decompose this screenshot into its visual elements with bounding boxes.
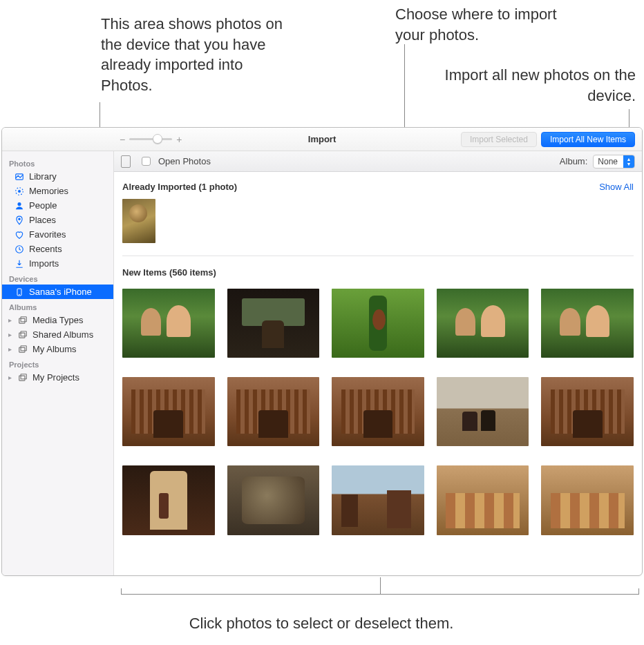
sidebar-item-label: Shared Albums	[32, 329, 93, 340]
disclosure-triangle-icon[interactable]: ▸	[6, 374, 13, 381]
callout-leader	[121, 588, 122, 594]
sidebar-item-my-albums[interactable]: ▸ My Albums	[2, 342, 113, 356]
sidebar-item-my-projects[interactable]: ▸ My Projects	[2, 370, 113, 385]
callout-leader	[638, 588, 639, 594]
slider-track[interactable]	[129, 138, 172, 140]
sidebar-item-library[interactable]: Library	[2, 169, 113, 184]
photo-thumbnail[interactable]	[227, 377, 320, 446]
photos-import-window: − + Import Import Selected Import All Ne…	[1, 127, 643, 576]
library-icon	[15, 172, 24, 182]
new-items-header: New Items (560 items)	[122, 263, 634, 285]
zoom-in-icon: +	[176, 134, 182, 145]
photo-thumbnail[interactable]	[122, 465, 215, 535]
photo-thumbnail[interactable]	[332, 289, 424, 358]
album-label: Album:	[560, 156, 587, 166]
sidebar-item-shared-albums[interactable]: ▸ Shared Albums	[2, 327, 113, 342]
iphone-icon	[15, 287, 24, 297]
show-all-link[interactable]: Show All	[599, 182, 634, 192]
open-photos-checkbox[interactable]	[142, 157, 151, 166]
new-items-grid	[122, 285, 634, 539]
sidebar-item-device[interactable]: Sanaa's iPhone	[2, 285, 113, 299]
photo-thumbnail[interactable]	[437, 377, 529, 446]
photo-thumbnail[interactable]	[332, 377, 424, 446]
toolbar: − + Import Import Selected Import All Ne…	[2, 128, 642, 151]
sidebar-item-recents[interactable]: Recents	[2, 242, 113, 256]
callout-import-all: Import all new photos on the device.	[415, 65, 636, 106]
sidebar-item-label: Imports	[29, 258, 59, 269]
svg-rect-12	[19, 347, 25, 352]
memories-icon	[15, 186, 24, 196]
photo-thumbnail[interactable]	[227, 289, 320, 358]
svg-rect-9	[21, 316, 26, 321]
photo-thumbnail[interactable]	[122, 199, 155, 243]
photo-thumbnail[interactable]	[122, 377, 215, 446]
sidebar-item-places[interactable]: Places	[2, 213, 113, 227]
disclosure-triangle-icon[interactable]: ▸	[6, 316, 13, 324]
sidebar-item-label: Memories	[29, 186, 68, 196]
svg-rect-13	[21, 345, 26, 350]
clock-icon	[15, 244, 24, 254]
album-select-value: None	[594, 157, 622, 166]
svg-rect-10	[19, 333, 25, 338]
photo-thumbnail[interactable]	[437, 289, 529, 358]
already-imported-header: Already Imported (1 photo) Show All	[122, 177, 634, 199]
open-photos-label: Open Photos	[158, 156, 211, 166]
disclosure-triangle-icon[interactable]: ▸	[6, 345, 13, 353]
svg-point-1	[18, 190, 21, 193]
sidebar-item-label: Media Types	[32, 315, 83, 325]
zoom-out-icon: −	[120, 134, 125, 145]
photo-thumbnail[interactable]	[227, 465, 320, 535]
photo-thumbnail[interactable]	[541, 377, 634, 446]
sidebar-item-label: My Projects	[32, 372, 79, 383]
import-scroll-area[interactable]: Already Imported (1 photo) Show All New …	[114, 172, 642, 575]
svg-rect-11	[21, 331, 26, 336]
section-title: Already Imported (1 photo)	[122, 182, 237, 192]
photo-thumbnail[interactable]	[437, 465, 529, 535]
callout-leader	[121, 594, 639, 595]
photo-thumbnail[interactable]	[122, 289, 215, 358]
callout-album-chooser: Choose where to import your photos.	[395, 4, 575, 45]
sidebar-item-favorites[interactable]: Favorites	[2, 227, 113, 242]
sidebar-item-label: People	[29, 200, 57, 211]
sidebar-item-label: Library	[29, 171, 57, 182]
sidebar-item-label: Recents	[29, 244, 62, 254]
stack-icon	[18, 316, 28, 325]
stack-icon	[18, 330, 28, 340]
sidebar-heading-projects: Projects	[2, 356, 113, 370]
svg-rect-14	[19, 376, 25, 381]
sidebar: Photos Library Memories People	[2, 151, 114, 575]
album-select[interactable]: None ▲▼	[593, 155, 635, 169]
places-icon	[15, 215, 24, 225]
svg-point-4	[19, 218, 21, 220]
callout-leader	[380, 577, 381, 594]
already-imported-thumbnails	[122, 199, 634, 246]
sidebar-heading-devices: Devices	[2, 271, 113, 285]
download-icon	[15, 259, 24, 269]
sidebar-item-imports[interactable]: Imports	[2, 256, 113, 271]
photo-thumbnail[interactable]	[332, 465, 424, 535]
svg-point-7	[19, 294, 20, 295]
import-options-bar: Open Photos Album: None ▲▼	[114, 151, 642, 172]
heart-icon	[15, 230, 24, 240]
slider-thumb[interactable]	[153, 134, 162, 144]
sidebar-item-media-types[interactable]: ▸ Media Types	[2, 313, 113, 327]
svg-rect-15	[21, 374, 26, 378]
section-title: New Items (560 items)	[122, 267, 216, 278]
thumbnail-zoom-slider[interactable]: − +	[120, 134, 182, 145]
stack-icon	[18, 373, 28, 383]
sidebar-item-label: Places	[29, 215, 56, 225]
photo-thumbnail[interactable]	[541, 465, 634, 535]
sidebar-item-people[interactable]: People	[2, 198, 113, 213]
sidebar-heading-albums: Albums	[2, 299, 113, 313]
sidebar-item-memories[interactable]: Memories	[2, 184, 113, 198]
select-arrows-icon: ▲▼	[623, 155, 634, 168]
import-selected-button[interactable]: Import Selected	[461, 132, 537, 147]
main-content: Open Photos Album: None ▲▼ Already Impor…	[114, 151, 642, 575]
svg-point-3	[18, 202, 21, 206]
photo-thumbnail[interactable]	[541, 289, 634, 358]
sidebar-item-label: My Albums	[32, 344, 77, 354]
disclosure-triangle-icon[interactable]: ▸	[6, 331, 13, 338]
callout-already-imported-area: This area shows photos on the device tha…	[101, 14, 294, 96]
sidebar-item-label: Sanaa's iPhone	[29, 287, 92, 297]
import-all-new-items-button[interactable]: Import All New Items	[541, 132, 635, 147]
